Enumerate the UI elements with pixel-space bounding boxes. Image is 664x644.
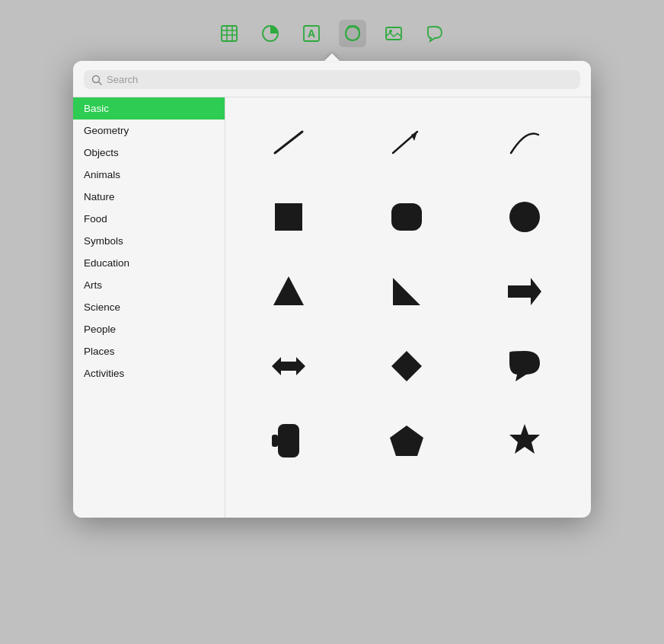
shape-star[interactable] [468,406,580,475]
sidebar-item-activities[interactable]: Activities [73,362,225,384]
shape-double-arrow[interactable] [233,332,345,400]
shape-triangle[interactable] [233,257,345,326]
svg-marker-19 [273,276,304,305]
shape-curve[interactable] [468,108,580,177]
search-icon [91,75,102,85]
sidebar-item-education[interactable]: Education [73,252,225,274]
sidebar-item-places[interactable]: Places [73,340,225,362]
shape-square[interactable] [233,183,345,251]
svg-rect-0 [222,26,237,41]
svg-marker-21 [508,278,541,305]
search-wrapper[interactable] [84,70,580,89]
shape-line[interactable] [233,108,345,177]
shapes-area [225,97,591,518]
table-icon[interactable] [215,20,243,47]
svg-point-18 [509,202,540,232]
sidebar-item-science[interactable]: Science [73,296,225,318]
shape-arrow-line[interactable] [351,108,463,177]
chart-icon[interactable] [257,20,284,47]
panel-body: BasicGeometryObjectsAnimalsNatureFoodSym… [73,97,591,518]
search-bar [73,61,591,97]
sidebar-item-nature[interactable]: Nature [73,186,225,208]
svg-line-13 [275,132,302,153]
sidebar-item-people[interactable]: People [73,318,225,340]
svg-marker-27 [509,424,540,454]
shape-right-triangle[interactable] [351,257,463,326]
toolbar: A [215,15,449,55]
shape-arrow-right[interactable] [468,257,580,326]
shape-pentagon[interactable] [351,406,463,475]
sidebar-item-arts[interactable]: Arts [73,274,225,296]
svg-marker-23 [391,351,422,381]
category-sidebar: BasicGeometryObjectsAnimalsNatureFoodSym… [73,97,225,518]
sidebar-item-animals[interactable]: Animals [73,164,225,186]
shapes-panel: BasicGeometryObjectsAnimalsNatureFoodSym… [73,61,591,518]
svg-rect-16 [275,203,302,231]
sidebar-item-symbols[interactable]: Symbols [73,230,225,252]
sidebar-item-basic[interactable]: Basic [73,97,225,120]
window-title [73,0,591,15]
shape-diamond[interactable] [351,332,463,400]
svg-line-12 [99,81,102,84]
shape-speech-bubble[interactable] [468,332,580,400]
sidebar-item-geometry[interactable]: Geometry [73,120,225,142]
shapes-grid [233,108,583,475]
search-input[interactable] [107,74,573,85]
svg-rect-24 [278,424,299,457]
shape-tabbed-rect[interactable] [233,406,345,475]
sidebar-item-food[interactable]: Food [73,208,225,230]
svg-point-8 [346,27,359,40]
shape-icon[interactable] [339,20,366,47]
image-icon[interactable] [380,20,407,47]
comment-icon[interactable] [421,20,449,47]
shape-circle[interactable] [468,183,580,251]
sidebar-item-objects[interactable]: Objects [73,142,225,164]
text-icon[interactable]: A [298,20,325,47]
svg-marker-26 [390,426,423,456]
svg-text:A: A [308,27,315,40]
svg-rect-17 [391,203,422,231]
svg-rect-25 [272,435,278,447]
svg-marker-15 [411,132,417,141]
panel-arrow [324,53,340,61]
svg-marker-22 [272,357,305,375]
svg-marker-20 [393,278,420,305]
shape-rounded-rect[interactable] [351,183,463,251]
